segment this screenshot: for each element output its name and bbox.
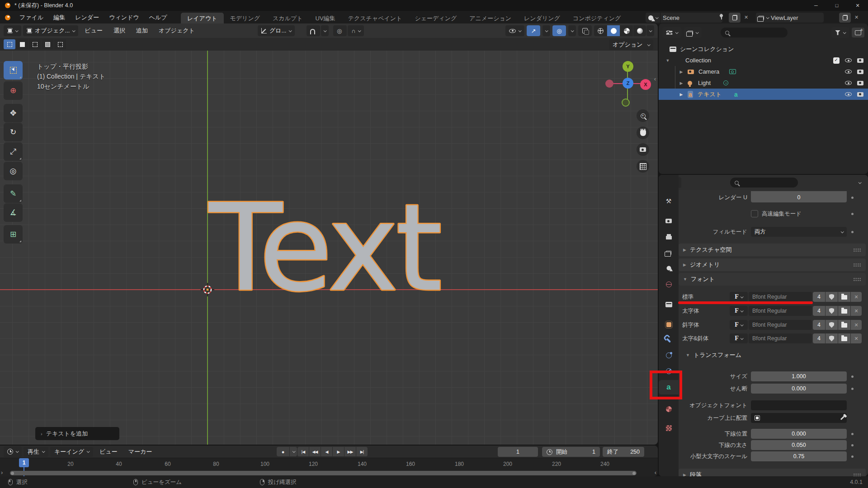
tab-animation[interactable]: アニメーション — [463, 13, 518, 24]
row-label[interactable]: シーンコレクション — [680, 45, 734, 53]
font-bold-menu[interactable]: F — [730, 306, 748, 316]
eye-icon[interactable] — [845, 58, 852, 62]
tool-move[interactable]: ✥ — [4, 104, 23, 122]
panel-font[interactable]: ▼フォント — [679, 273, 866, 286]
font-bold-italic-name[interactable]: Bfont Regular — [749, 333, 812, 343]
scene-selector[interactable]: Scene — [646, 13, 722, 23]
font-italic-unlink[interactable]: ✕ — [851, 320, 862, 330]
tab-compositing[interactable]: コンポジティング — [566, 13, 627, 24]
blender-menu-icon[interactable] — [4, 15, 11, 20]
font-bold-italic-fake-user[interactable] — [826, 333, 838, 343]
menu-add[interactable]: 追加 — [132, 27, 152, 35]
tab-layout[interactable]: レイアウト — [181, 13, 224, 24]
editor-type-button[interactable] — [4, 25, 21, 36]
proportional-edit-toggle[interactable]: ◎ — [333, 25, 347, 36]
new-view-layer-button[interactable] — [839, 13, 851, 23]
sidebar-toggle-arrow[interactable]: ‹ — [654, 75, 656, 82]
object-font-field[interactable] — [751, 400, 847, 410]
camera-restrict-icon[interactable] — [857, 81, 863, 85]
jump-to-start-button[interactable]: |◀ — [297, 447, 309, 456]
font-regular-open[interactable] — [838, 292, 850, 302]
font-bold-name[interactable]: Bfont Regular — [749, 306, 812, 316]
row-label[interactable]: Camera — [698, 68, 719, 75]
ortho-toggle-button[interactable] — [637, 160, 649, 173]
view-layer-name[interactable]: ViewLayer — [771, 14, 798, 21]
font-regular-users[interactable]: 4 — [813, 292, 825, 302]
snap-toggle[interactable] — [307, 25, 320, 36]
underline-position-slider[interactable]: 0.000 — [751, 429, 847, 439]
animate-dot[interactable] — [851, 433, 854, 435]
scene-name[interactable]: Scene — [663, 14, 679, 21]
gizmo-dropdown[interactable] — [542, 25, 550, 36]
tab-texture-paint[interactable]: テクスチャペイント — [342, 13, 409, 24]
tab-physics[interactable] — [659, 348, 679, 362]
eye-icon[interactable] — [845, 92, 852, 96]
font-bold-users[interactable]: 4 — [813, 306, 825, 316]
prev-keyframe-button[interactable]: ◀◀ — [309, 447, 321, 456]
xray-toggle[interactable] — [578, 25, 592, 36]
overlays-dropdown[interactable] — [568, 25, 576, 36]
next-keyframe-button[interactable]: ▶▶ — [344, 447, 356, 456]
font-bold-fake-user[interactable] — [826, 306, 838, 316]
expand-triangle-icon[interactable]: ▶ — [678, 92, 685, 97]
timeline-scrollbar[interactable] — [10, 471, 637, 475]
small-caps-slider[interactable]: 0.75 — [751, 451, 847, 461]
properties-search-input[interactable] — [730, 178, 798, 188]
font-italic-users[interactable]: 4 — [813, 320, 825, 330]
font-italic-name[interactable]: Bfont Regular — [749, 320, 812, 330]
select-mode-intersect-button[interactable] — [54, 39, 66, 49]
gizmo-axis-x[interactable]: X — [640, 79, 651, 90]
animate-dot[interactable] — [851, 375, 854, 378]
camera-restrict-icon[interactable] — [857, 58, 863, 63]
drag-grip-icon[interactable] — [853, 248, 861, 252]
select-mode-subtract-button[interactable] — [29, 39, 41, 49]
zoom-button[interactable]: + — [637, 109, 649, 122]
viewport-canvas[interactable]: Text トップ・平行投影 (1) Collection | テキスト 10セン… — [0, 51, 658, 445]
timeline-marker-menu[interactable]: マーカー — [124, 448, 157, 456]
shading-wireframe-button[interactable] — [594, 25, 607, 36]
camera-view-button[interactable] — [637, 143, 649, 156]
tab-view-layer[interactable] — [659, 245, 679, 260]
eye-icon[interactable] — [845, 70, 852, 74]
playhead[interactable]: 1 — [19, 458, 29, 467]
shading-solid-button[interactable] — [607, 25, 620, 36]
menu-edit[interactable]: 編集 — [48, 11, 70, 24]
tool-add-cube[interactable]: ⊞ — [4, 225, 23, 244]
tool-annotate[interactable]: ✎ — [4, 184, 23, 203]
timeline-editor-type-button[interactable] — [4, 446, 22, 457]
menu-object[interactable]: オブジェクト — [154, 27, 199, 35]
camera-restrict-icon[interactable] — [857, 70, 863, 74]
timeline-left-arrow[interactable]: › — [1, 469, 3, 476]
shading-dropdown[interactable] — [646, 25, 654, 36]
fast-edit-checkbox[interactable] — [751, 210, 758, 217]
gizmo-axis-x-neg[interactable] — [605, 80, 613, 88]
render-u-slider[interactable]: 0 — [751, 192, 847, 202]
tool-scale[interactable]: ⤢ — [4, 142, 23, 161]
keying-menu[interactable]: キーイング — [50, 447, 93, 457]
menu-select[interactable]: 選択 — [109, 27, 130, 35]
operator-panel[interactable]: › テキストを追加 — [35, 427, 119, 440]
tab-shading[interactable]: シェーディング — [408, 13, 463, 24]
font-bold-unlink[interactable]: ✕ — [851, 306, 862, 316]
outliner-row-text-selected[interactable]: ▶ a テキスト a — [659, 89, 868, 100]
text-on-curve-field[interactable] — [751, 413, 847, 423]
navigation-gizmo[interactable]: Y Z X — [603, 61, 653, 110]
new-collection-button[interactable] — [852, 28, 864, 38]
font-regular-menu[interactable]: F — [730, 292, 748, 302]
eye-icon[interactable] — [845, 81, 852, 85]
checkbox-icon[interactable] — [833, 57, 840, 64]
tool-cursor[interactable]: ⊕ — [4, 81, 23, 100]
play-button[interactable]: ▶ — [333, 447, 344, 456]
snap-dropdown[interactable] — [321, 25, 329, 36]
drag-grip-icon[interactable] — [853, 263, 861, 267]
tool-select-box[interactable] — [4, 61, 23, 80]
panel-paragraph[interactable]: ▶段落 — [679, 469, 866, 476]
tab-collection[interactable] — [659, 297, 679, 312]
new-scene-button[interactable] — [729, 13, 741, 23]
drag-grip-icon[interactable] — [853, 277, 861, 282]
timeline-view-menu[interactable]: ビュー — [95, 448, 122, 456]
outliner-row-light[interactable]: ▶ Light — [659, 77, 868, 89]
auto-keying-record-button[interactable]: ● — [277, 447, 289, 456]
menu-view[interactable]: ビュー — [80, 27, 107, 35]
pan-button[interactable] — [637, 127, 649, 139]
